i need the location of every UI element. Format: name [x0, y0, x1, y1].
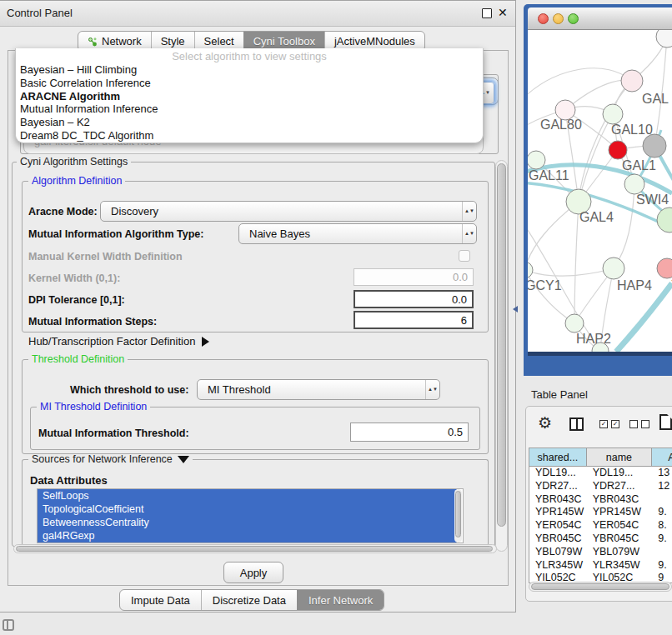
close-window-icon[interactable]: [538, 13, 549, 24]
network-node[interactable]: [624, 174, 644, 194]
mi-threshold-field[interactable]: 0.5: [350, 422, 469, 442]
network-node-label: HAP2: [576, 332, 611, 346]
table-settings-gear-icon[interactable]: ⚙: [538, 413, 552, 432]
table-row[interactable]: YLR345WYLR345W9.: [529, 559, 672, 572]
network-node[interactable]: [657, 208, 672, 232]
list-item[interactable]: gal4RGexp: [38, 529, 457, 542]
dropdown-prompt: Select algorithm to view settings: [16, 48, 483, 63]
table-row[interactable]: YDR27...YDR27...12: [529, 480, 672, 493]
network-node[interactable]: [565, 314, 584, 332]
which-threshold-combo[interactable]: MI Threshold ▲▼: [197, 379, 440, 400]
table-row[interactable]: YPR145WYPR145W9.: [529, 506, 672, 519]
settings-scrollbar-thumb[interactable]: [497, 163, 506, 527]
dpi-tolerance-field[interactable]: 0.0: [354, 290, 474, 308]
table-hscrollbar-thumb[interactable]: [531, 583, 669, 590]
cell: 9.: [652, 532, 672, 546]
network-node[interactable]: [609, 141, 627, 159]
network-node-label: SWI4: [636, 192, 669, 207]
network-edge[interactable]: [528, 268, 614, 276]
apply-button[interactable]: Apply: [223, 562, 283, 583]
list-item[interactable]: TopologicalCoefficient: [38, 502, 457, 516]
hub-section-toggle[interactable]: Hub/Transcription Factor Definition: [28, 335, 209, 348]
table-row[interactable]: YBL079WYBL079W: [529, 546, 672, 559]
cell: 8.: [652, 519, 672, 532]
table-row[interactable]: YBR043CYBR043C: [529, 493, 672, 507]
network-canvas[interactable]: GAL GAL80 GAL10 GAL1 GAL11 SWI4 GAL4 GCY…: [528, 30, 672, 352]
aracne-mode-combo[interactable]: Discovery ▲▼: [100, 201, 477, 222]
table-panel: ⚙ ✓✓ shared... name A YDL19...YDL19...13…: [525, 406, 672, 602]
splitter-collapse-icon[interactable]: [513, 306, 518, 312]
dropdown-item[interactable]: Mutual Information Inference: [16, 102, 483, 116]
network-edge[interactable]: [614, 184, 634, 268]
cell: 12: [652, 480, 672, 493]
import-table-icon[interactable]: [659, 414, 672, 430]
minimize-window-icon[interactable]: [553, 13, 564, 24]
network-node[interactable]: [528, 262, 533, 278]
dropdown-item-selected[interactable]: ARACNE Algorithm: [16, 90, 483, 103]
dropdown-item[interactable]: Dream8 DC_TDC Algorithm: [16, 129, 483, 142]
float-panel-icon[interactable]: [482, 8, 492, 18]
tab-infer-network[interactable]: Infer Network: [297, 590, 384, 610]
tab-jactivemnodules-label: jActiveMNodules: [334, 35, 415, 48]
settings-hscrollbar[interactable]: [13, 544, 497, 553]
list-item[interactable]: BetweennessCentrality: [38, 516, 457, 529]
cell: YBR043C: [587, 493, 653, 507]
mi-type-label: Mutual Information Algorithm Type:: [28, 228, 203, 240]
panel-toggle-icon[interactable]: [3, 619, 14, 631]
network-window-titlebar[interactable]: [528, 8, 672, 30]
sources-legend[interactable]: Sources for Network Inference: [28, 454, 193, 465]
column-header-partial[interactable]: A: [652, 448, 672, 466]
close-panel-icon[interactable]: ✕: [498, 6, 508, 19]
table-row[interactable]: YDL19...YDL19...13: [529, 467, 672, 480]
zoom-window-icon[interactable]: [568, 13, 579, 24]
tab-impute-data[interactable]: Impute Data: [120, 590, 201, 610]
mi-steps-field[interactable]: 6: [354, 311, 474, 329]
network-node[interactable]: [603, 258, 624, 279]
control-panel-titlebar[interactable]: Control Panel ✕: [0, 1, 515, 27]
cell: YDR27...: [587, 480, 653, 493]
column-header-name[interactable]: name: [587, 448, 653, 466]
settings-hscrollbar-thumb[interactable]: [16, 546, 493, 552]
tab-select-label: Select: [204, 35, 234, 48]
network-node[interactable]: [643, 134, 666, 158]
dropdown-item[interactable]: Bayesian – Hill Climbing: [16, 63, 483, 77]
threshold-definition-legend: Threshold Definition: [28, 354, 128, 365]
network-edge[interactable]: [574, 202, 579, 323]
network-graph: GAL GAL80 GAL10 GAL1 GAL11 SWI4 GAL4 GCY…: [528, 30, 672, 352]
select-all-columns-icon[interactable]: ✓✓: [599, 420, 623, 428]
table-row[interactable]: YER054CYER054C8.: [529, 519, 672, 532]
network-node[interactable]: [603, 104, 623, 124]
tab-discretize-data[interactable]: Discretize Data: [201, 590, 297, 610]
list-item[interactable]: SelfLoops: [38, 489, 457, 502]
manual-kernel-label: Manual Kernel Width Definition: [28, 251, 183, 262]
attributes-scrollbar-thumb[interactable]: [455, 491, 461, 538]
settings-scrollbar[interactable]: [495, 160, 508, 552]
cell: 9.: [652, 506, 672, 519]
network-node[interactable]: [657, 258, 672, 278]
table-row[interactable]: YBR045CYBR045C9.: [529, 532, 672, 546]
cell: YDL19...: [529, 467, 587, 480]
network-node[interactable]: [528, 151, 545, 169]
dropdown-item[interactable]: Basic Correlation Inference: [16, 77, 483, 90]
column-header-shared-name[interactable]: shared...: [529, 448, 587, 466]
table-hscrollbar[interactable]: [529, 582, 672, 592]
show-columns-icon[interactable]: [569, 418, 584, 431]
control-panel-window: Control Panel ✕ Network Style Select Cyn…: [0, 0, 516, 612]
network-edge[interactable]: [528, 68, 632, 100]
manual-kernel-checkbox[interactable]: [459, 250, 470, 262]
network-edge[interactable]: [579, 81, 632, 202]
cell: YBR043C: [529, 493, 587, 507]
mi-type-combo[interactable]: Naive Bayes ▲▼: [238, 223, 477, 244]
network-edge[interactable]: [579, 114, 613, 202]
network-node[interactable]: [656, 30, 672, 48]
kernel-width-field[interactable]: 0.0: [354, 268, 474, 286]
network-node[interactable]: [621, 70, 643, 92]
network-edge[interactable]: [616, 283, 672, 352]
network-icon: [88, 37, 98, 47]
attributes-scrollbar[interactable]: [454, 489, 462, 542]
unselect-all-columns-icon[interactable]: [629, 420, 653, 428]
dropdown-item[interactable]: Bayesian – K2: [16, 116, 483, 129]
network-node-label: GAL80: [540, 118, 582, 132]
cell: YER054C: [529, 519, 587, 532]
collapse-down-icon: [178, 456, 189, 463]
